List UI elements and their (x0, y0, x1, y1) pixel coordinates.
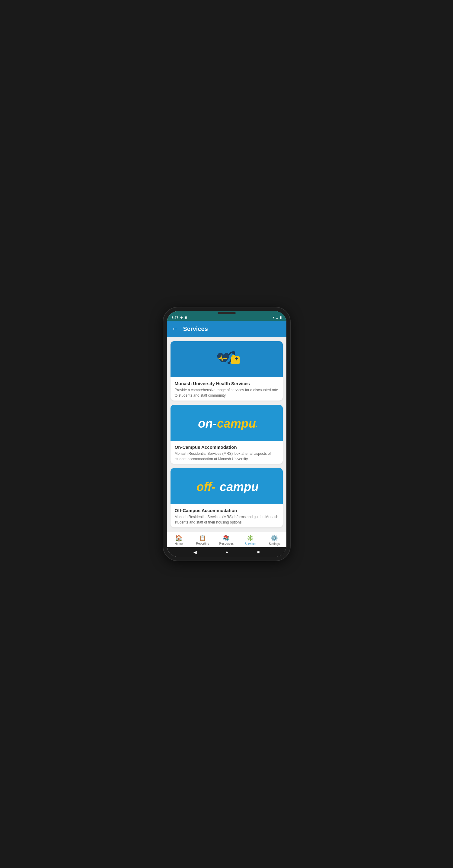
sim-icon: ▣ (185, 316, 187, 319)
notch-area (167, 311, 286, 314)
svg-text:on-: on- (198, 417, 217, 430)
svg-text:campus: campus (217, 417, 257, 430)
bottom-nav: 🏠 Home 📋 Reporting 📚 Resources ✳️ Servic… (167, 532, 286, 547)
settings-label: Settings (269, 542, 280, 546)
svg-rect-3 (232, 355, 235, 357)
health-card-desc: Provide a comprehensive range of service… (175, 387, 279, 398)
services-icon: ✳️ (247, 534, 254, 541)
health-services-card[interactable]: Monash University Health Services Provid… (171, 341, 283, 401)
svg-text:off-: off- (196, 480, 216, 493)
health-icon-group (213, 347, 240, 371)
home-label: Home (175, 542, 183, 546)
settings-icon: ⚙️ (271, 534, 278, 541)
reporting-label: Reporting (196, 542, 209, 545)
nav-settings[interactable]: ⚙️ Settings (265, 534, 283, 546)
status-left: 8:27 ⊙ ▣ (172, 316, 187, 319)
status-bar: 8:27 ⊙ ▣ ▾ ▲ ▮ (167, 314, 286, 321)
svg-text:campus: campus (220, 480, 258, 493)
battery-icon: ▮ (280, 315, 282, 319)
off-campus-card-desc: Monash Residential Services (MRS) inform… (175, 514, 279, 525)
off-campus-card-body: Off-Campus Accommodation Monash Resident… (171, 504, 283, 527)
svg-point-1 (228, 362, 230, 364)
services-label: Services (245, 542, 256, 546)
on-campus-text-display: on- campus (196, 413, 257, 433)
time-display: 8:27 (172, 316, 178, 319)
off-campus-card-title: Off-Campus Accommodation (175, 508, 279, 513)
stethoscope-heart-icon (213, 347, 240, 371)
android-home-button[interactable]: ● (226, 550, 228, 555)
android-recent-button[interactable]: ■ (257, 550, 259, 555)
reporting-icon: 📋 (199, 535, 206, 541)
home-icon: 🏠 (175, 534, 182, 541)
health-card-body: Monash University Health Services Provid… (171, 377, 283, 401)
page-title: Services (183, 326, 208, 333)
health-card-title: Monash University Health Services (175, 381, 279, 386)
phone-screen: 8:27 ⊙ ▣ ▾ ▲ ▮ ← Services (167, 311, 286, 557)
signal-icon: ▲ (276, 316, 279, 319)
app-header: ← Services (167, 321, 286, 337)
content-area: Monash University Health Services Provid… (167, 337, 286, 532)
nav-reporting[interactable]: 📋 Reporting (194, 535, 211, 545)
notification-icon: ⊙ (180, 316, 182, 319)
nav-resources[interactable]: 📚 Resources (217, 535, 235, 545)
off-campus-text-display: off- campus (195, 476, 258, 496)
on-campus-card[interactable]: on- campus On-Campus Accommodation Monas… (171, 405, 283, 464)
svg-point-0 (232, 351, 235, 354)
resources-icon: 📚 (223, 535, 230, 541)
svg-rect-2 (231, 356, 239, 364)
health-banner (171, 341, 283, 377)
resources-label: Resources (219, 542, 234, 545)
back-button[interactable]: ← (172, 325, 178, 333)
on-campus-banner: on- campus (171, 405, 283, 441)
wifi-icon: ▾ (273, 315, 275, 319)
nav-services[interactable]: ✳️ Services (242, 534, 259, 546)
on-campus-card-body: On-Campus Accommodation Monash Residenti… (171, 441, 283, 464)
phone-frame: 8:27 ⊙ ▣ ▾ ▲ ▮ ← Services (163, 307, 290, 561)
on-campus-card-title: On-Campus Accommodation (175, 444, 279, 450)
android-back-button[interactable]: ◀ (194, 550, 197, 555)
on-campus-card-desc: Monash Residential Services (MRS) look a… (175, 451, 279, 462)
svg-rect-5 (236, 358, 236, 361)
android-nav: ◀ ● ■ (167, 547, 286, 557)
off-campus-card[interactable]: off- campus Off-Campus Accommodation Mon… (171, 468, 283, 527)
off-campus-banner: off- campus (171, 468, 283, 504)
status-right: ▾ ▲ ▮ (273, 315, 282, 319)
nav-home[interactable]: 🏠 Home (170, 534, 188, 546)
